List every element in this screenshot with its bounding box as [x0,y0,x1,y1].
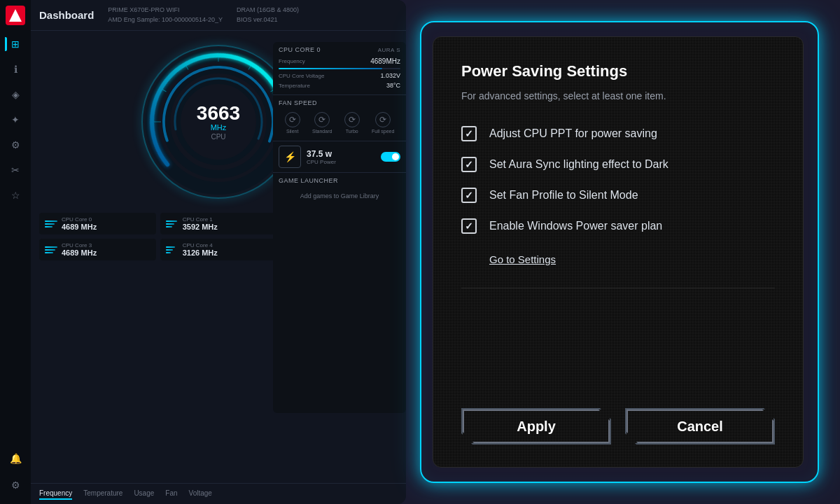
sidebar-item-performance[interactable]: ◈ [5,84,26,105]
fan-modes: ⟳ Silent ⟳ Standard ⟳ Turbo ⟳ Full speed [279,109,400,136]
checkbox-0[interactable]: ✓ [461,126,477,141]
fan-label-standard: Standard [312,129,332,134]
core-freq-0: 4689 MHz [62,223,97,231]
gauge-value: 3663 [197,104,240,123]
core-bars-0 [45,220,57,227]
dialog-title: Power Saving Settings [461,62,775,80]
sidebar-item-wrench[interactable]: ✂ [5,160,26,181]
freq-label: Frequency [279,58,305,64]
checkbox-1[interactable]: ✓ [461,157,477,172]
gauge-label: CPU [197,133,240,141]
dram-info: DRAM (16GB & 4800) [237,6,299,15]
core-freq-1: 3592 MHz [183,223,218,231]
game-launcher-title: Game Launcher [279,177,400,184]
power-saving-toggle[interactable] [381,152,400,162]
checkbox-item-1: ✓ Set Aura Sync lighting effect to Dark [461,157,775,172]
cpu-core-title-text: CPU Core 0 [279,46,321,53]
core-item-1: CPU Core 1 3592 MHz [160,213,277,234]
sidebar-item-aura[interactable]: ✦ [5,109,26,130]
add-games-label[interactable]: Add games to Game Library [279,187,400,205]
tab-usage[interactable]: Usage [134,488,154,500]
cpu-core-widget: CPU Core 0 Aura S Frequency 4689MHz CPU … [273,42,406,95]
core-bars-1 [166,220,178,227]
check-mark-2: ✓ [465,190,473,201]
voltage-label: CPU Core Voltage [279,73,324,79]
game-launcher-widget: Game Launcher Add games to Game Library [273,173,406,209]
core-item-3: CPU Core 3 4689 MHz [39,239,156,260]
core-name-4: CPU Core 4 [183,242,218,248]
fan-mode-standard[interactable]: ⟳ Standard [312,112,332,134]
fan-speed-title-text: Fan Speed [279,99,317,106]
dashboard-background: ⊞ ℹ ◈ ✦ ⚙ ✂ ☆ 🔔 ⚙ Dashboard PRIME X670E-… [0,0,406,504]
fan-mode-full[interactable]: ⟳ Full speed [372,112,394,134]
tab-frequency[interactable]: Frequency [39,488,72,500]
core-item-4: CPU Core 4 3126 MHz [160,239,277,260]
core-name-3: CPU Core 3 [62,242,97,248]
checkbox-label-0: Adjust CPU PPT for power saving [489,127,657,140]
gauge-unit: MHz [197,123,240,132]
freq-value: 4689MHz [370,57,400,65]
power-saving-widget: ⚡ 37.5 w CPU Power [273,141,406,173]
cpu-model: PRIME X670E-PRO WIFI [108,6,223,15]
dialog-subtitle: For advanced settings, select at least o… [461,89,775,104]
power-saving-info: 37.5 w CPU Power [307,149,336,165]
sidebar: ⊞ ℹ ◈ ✦ ⚙ ✂ ☆ 🔔 ⚙ [0,0,31,504]
cancel-button[interactable]: Cancel [625,408,775,444]
checkbox-label-1: Set Aura Sync lighting effect to Dark [489,158,668,171]
bios-info: BIOS ver.0421 [237,15,299,25]
checkbox-2[interactable]: ✓ [461,188,477,203]
game-launcher-title-text: Game Launcher [279,177,338,184]
fan-icon-full: ⟳ [375,112,391,127]
fan-label-silent: Silent [286,129,299,134]
check-mark-3: ✓ [465,220,473,232]
core-bars-3 [45,246,57,253]
app-logo [6,6,25,25]
aura-label: Aura S [378,47,400,53]
sidebar-item-star[interactable]: ☆ [5,185,26,206]
dashboard-info: PRIME X670E-PRO WIFI AMD Eng Sample: 100… [108,6,299,24]
core-name-1: CPU Core 1 [183,216,218,223]
right-widgets-panel: CPU Core 0 Aura S Frequency 4689MHz CPU … [273,42,406,413]
checkbox-item-2: ✓ Set Fan Profile to Silent Mode [461,188,775,203]
checkbox-3[interactable]: ✓ [461,218,477,234]
fan-icon-silent: ⟳ [285,112,300,127]
fan-mode-silent[interactable]: ⟳ Silent [285,112,300,134]
checkbox-label-2: Set Fan Profile to Silent Mode [489,189,638,202]
check-mark-1: ✓ [465,159,473,170]
gauge-center: 3663 MHz CPU [197,104,240,141]
check-mark-0: ✓ [465,128,473,139]
temp-value: 38°C [386,82,400,89]
core-freq-4: 3126 MHz [183,248,218,257]
tab-fan[interactable]: Fan [165,488,177,500]
apply-button[interactable]: Apply [461,408,611,444]
power-saving-dialog: Power Saving Settings For advanced setti… [433,36,804,468]
fan-mode-turbo[interactable]: ⟳ Turbo [344,112,360,134]
power-toggle-dot [392,153,399,160]
fan-speed-widget: Fan Speed ⟳ Silent ⟳ Standard ⟳ Turbo ⟳ … [273,95,406,141]
fan-speed-title: Fan Speed [279,99,400,106]
checkbox-list: ✓ Adjust CPU PPT for power saving ✓ Set … [461,126,775,234]
checkbox-item-3: ✓ Enable Windows Power saver plan [461,218,775,234]
sidebar-item-dashboard[interactable]: ⊞ [5,34,26,55]
checkbox-label-3: Enable Windows Power saver plan [489,220,662,232]
fan-label-turbo: Turbo [346,129,358,134]
cpu-gauge: 3663 MHz CPU [141,45,295,199]
checkbox-item-0: ✓ Adjust CPU PPT for power saving [461,126,775,141]
voltage-value: 1.032V [380,72,400,79]
modal-divider [461,288,775,288]
dashboard-title: Dashboard [39,9,94,21]
fan-icon-turbo: ⟳ [344,112,360,127]
sidebar-item-info[interactable]: ℹ [5,59,26,80]
sidebar-item-notifications[interactable]: 🔔 [5,448,26,469]
modal-buttons: Apply Cancel [461,408,775,444]
fan-label-full: Full speed [372,129,394,134]
tab-temperature[interactable]: Temperature [83,488,122,500]
sidebar-item-tools[interactable]: ⚙ [5,134,26,155]
goto-settings-link[interactable]: Go to Settings [461,253,775,265]
tab-voltage[interactable]: Voltage [189,488,212,500]
dashboard-tabs: Frequency Temperature Usage Fan Voltage [31,483,406,504]
power-saving-icon: ⚡ [279,146,301,168]
cpu-power-label: CPU Power [307,159,336,165]
sidebar-item-settings[interactable]: ⚙ [5,475,26,496]
cpu-core-widget-title: CPU Core 0 Aura S [279,46,400,53]
